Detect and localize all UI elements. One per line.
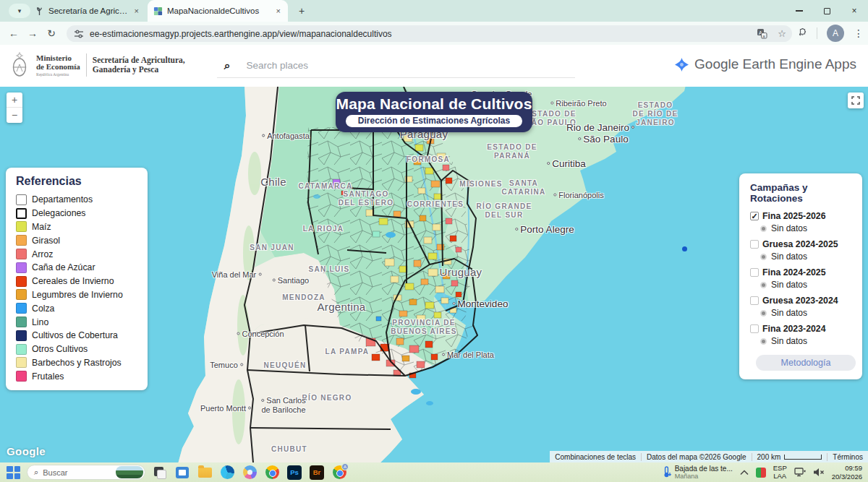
bookmark-star-icon[interactable]: ☆ [778, 28, 786, 39]
campaign-subitem[interactable]: Sin datos [760, 280, 862, 290]
campaign-subitem-label: Sin datos [771, 223, 807, 233]
map-canvas[interactable]: Campina GrandeRibeirão PretoESTADO DE SÃ… [0, 87, 868, 462]
window-close-button[interactable]: × [841, 0, 868, 22]
map-title-text: Mapa Nacional de Cultivos [336, 95, 532, 113]
campaign-item: ✓Fina 2025-2026Sin datos [750, 211, 862, 233]
fullscreen-button[interactable] [848, 92, 864, 108]
taskbar-clock[interactable]: 09:59 20/3/2026 [832, 464, 865, 481]
legend-item: Arroz [16, 247, 148, 261]
campaigns-panel: Campañas y Rotaciones ✓Fina 2025-2026Sin… [739, 173, 862, 379]
campaign-subitem-label: Sin datos [771, 251, 807, 262]
legend-label: Caña de Azúcar [32, 262, 95, 272]
legend-swatch [16, 194, 27, 205]
campaign-subitem[interactable]: Sin datos [760, 251, 862, 262]
app-header: Ministerio de Economía República Argenti… [0, 45, 868, 87]
tab-label: Secretaría de Agricultura, Ganadería [48, 7, 129, 15]
keyboard-shortcuts-link[interactable]: Combinaciones de teclas [550, 453, 641, 461]
legend-label: Delegaciones [32, 208, 86, 218]
campaign-checkbox[interactable] [750, 296, 759, 305]
map-favicon-icon [153, 7, 163, 16]
zoom-in-button[interactable]: + [7, 92, 22, 108]
weather-widget[interactable]: Bajada de las te... Mañana [662, 465, 733, 480]
language-indicator[interactable]: ESPLAA [773, 465, 787, 481]
browser-menu-icon[interactable]: ⋮ [854, 27, 864, 39]
legend-item: Caña de Azúcar [16, 261, 148, 275]
tab-secretaria[interactable]: Secretaría de Agricultura, Ganadería × [29, 0, 146, 22]
legend-item: Legumbres de Invierno [16, 288, 148, 302]
zoom-out-button[interactable]: − [7, 108, 22, 123]
legend-item: Girasol [16, 233, 148, 247]
bridge-icon[interactable]: Br [309, 465, 325, 481]
government-logo: Ministerio de Economía República Argenti… [9, 51, 187, 79]
gee-brand: Google Earth Engine Apps [675, 56, 856, 72]
radio-dot-icon [760, 225, 767, 232]
legend-panel: Referencias DepartamentosDelegacionesMaí… [6, 168, 148, 390]
divider [817, 27, 817, 39]
secretariat-wordmark: Secretaría de Agricultura, Ganadería y P… [93, 56, 187, 74]
forward-icon[interactable]: → [23, 27, 42, 39]
extensions-icon[interactable] [797, 28, 807, 38]
campaign-item: Gruesa 2024-2025Sin datos [750, 239, 862, 262]
file-explorer-icon[interactable] [197, 465, 213, 481]
browser-address-bar: ← → ↻ ee-estimacionesmagyp.projects.eart… [0, 22, 868, 45]
legend-item: Cultivos de Cobertura [16, 329, 148, 343]
campaign-label: Fina 2025-2026 [762, 211, 826, 221]
search-highlight-thumbnail[interactable] [116, 466, 143, 478]
omnibox[interactable]: ee-estimacionesmagyp.projects.earthengin… [67, 25, 792, 42]
campaign-subitem[interactable]: Sin datos [760, 308, 862, 318]
tray-expand-chevron-icon[interactable] [740, 470, 749, 475]
terms-link[interactable]: Términos [827, 453, 868, 461]
chrome-profile-icon[interactable]: A [331, 465, 347, 481]
translate-icon[interactable]: Aa [757, 28, 767, 39]
fullscreen-icon [851, 96, 860, 105]
site-settings-icon[interactable] [74, 29, 84, 39]
legend-item: Frutales [16, 369, 148, 383]
profile-avatar[interactable]: A [827, 25, 844, 42]
tab-close-icon[interactable]: × [275, 7, 282, 15]
search-places-input[interactable] [246, 60, 521, 71]
volume-muted-icon[interactable] [813, 468, 825, 477]
campaign-checkbox[interactable]: ✓ [750, 212, 759, 220]
legend-item: Colza [16, 301, 148, 315]
task-view-button[interactable] [152, 465, 168, 481]
earth-engine-logo-icon [675, 58, 689, 72]
start-button[interactable] [6, 465, 20, 480]
photoshop-icon[interactable]: Ps [286, 465, 302, 481]
legend-label: Colza [32, 304, 54, 314]
paint-icon[interactable] [242, 465, 258, 481]
legend-item: Departamentos [16, 193, 148, 207]
edge-icon[interactable] [219, 465, 235, 481]
tray-app-icon[interactable] [756, 468, 766, 478]
tab-close-icon[interactable]: × [133, 7, 140, 15]
new-tab-button[interactable]: + [294, 3, 310, 19]
reload-icon[interactable]: ↻ [42, 27, 61, 39]
scale-bar [784, 455, 822, 460]
map-subtitle-pill: Dirección de Estimaciones Agrícolas [346, 115, 522, 127]
ministry-wordmark: Ministerio de Economía República Argenti… [36, 53, 80, 76]
tab-mapa-nacional[interactable]: MapaNacionaldeCultivos × [148, 0, 288, 22]
legend-swatch [16, 276, 27, 287]
campaign-subitem[interactable]: Sin datos [760, 336, 862, 346]
back-icon[interactable]: ← [4, 27, 23, 39]
radio-dot-icon [760, 338, 767, 345]
radio-dot-icon [760, 310, 767, 317]
tab-search-button[interactable]: ▾ [9, 4, 30, 18]
taskbar-search[interactable]: ⌕ Buscar [27, 465, 145, 480]
microsoft-store-icon[interactable] [174, 465, 190, 481]
radio-dot-icon [760, 254, 767, 260]
campaign-label: Gruesa 2023-2024 [762, 296, 838, 306]
chrome-icon[interactable] [264, 465, 280, 481]
campaign-checkbox[interactable] [750, 324, 759, 333]
window-maximize-button[interactable] [813, 0, 841, 22]
radio-dot-icon [760, 282, 767, 288]
methodology-button[interactable]: Metodología [756, 355, 856, 371]
location-dot [682, 246, 687, 251]
campaign-subitem[interactable]: Sin datos [760, 223, 862, 233]
legend-label: Otros Cultivos [32, 344, 88, 354]
campaign-checkbox[interactable] [750, 268, 759, 277]
network-icon[interactable] [794, 468, 806, 477]
window-minimize-button[interactable] [786, 0, 813, 22]
legend-label: Lino [32, 317, 48, 327]
campaign-checkbox[interactable] [750, 240, 759, 249]
map-search-bar[interactable]: ⌕ [217, 53, 575, 78]
